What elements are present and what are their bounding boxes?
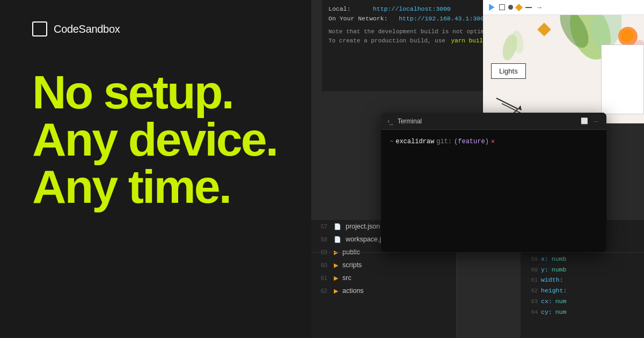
file-name-project: project.json	[346, 223, 380, 230]
logo-area: CodeSandbox	[32, 21, 301, 36]
code-line-61: 61 width:	[527, 275, 638, 285]
hero-line1: No setup.	[32, 69, 301, 116]
prompt-branch: (feature)	[454, 138, 489, 145]
logo-box-icon	[32, 21, 47, 36]
horizontal-divider	[311, 252, 644, 253]
code-line-59: 59 x: numb	[527, 254, 638, 264]
folder-name-src: src	[342, 274, 352, 282]
hero-line2: Any device.	[32, 116, 301, 163]
file-item-actions[interactable]: 62 ▶ actions	[311, 284, 456, 297]
design-panel: →	[483, 0, 644, 123]
lights-box: Lights	[491, 63, 526, 79]
file-item-src[interactable]: 61 ▶ src	[311, 271, 456, 284]
folder-icon-actions: ▶	[334, 288, 338, 295]
file-icon-workspace: 📄	[334, 236, 341, 243]
design-card	[601, 45, 644, 114]
dash-icon	[525, 7, 532, 8]
play-icon[interactable]	[487, 3, 496, 12]
hero-line3: Any time.	[32, 163, 301, 210]
terminal-titlebar: ›_ Terminal ⬜ ···	[381, 113, 606, 130]
svg-marker-11	[518, 105, 522, 111]
code-line-60: 60 y: numb	[527, 264, 638, 275]
logo-text: CodeSandbox	[54, 23, 120, 35]
svg-line-8	[496, 98, 518, 109]
code-line-62: 62 height:	[527, 285, 638, 296]
folder-name-scripts: scripts	[342, 261, 362, 269]
svg-point-4	[620, 29, 633, 42]
prompt-git-label: git:	[436, 138, 452, 145]
square-icon[interactable]	[499, 4, 505, 10]
design-toolbar: →	[483, 0, 644, 15]
prompt-path: excalidraw	[396, 138, 434, 145]
arrow-icon[interactable]: →	[536, 3, 543, 11]
prompt-tilde: ~	[390, 138, 393, 145]
design-canvas: Lights	[483, 15, 644, 122]
circle-icon[interactable]	[508, 5, 513, 10]
terminal-float[interactable]: ›_ Terminal ⬜ ··· ~ excalidraw git: (fea…	[381, 113, 606, 252]
prompt-x: ✕	[491, 137, 495, 145]
right-panel: Local: http://localhost:3000 On Your Net…	[311, 0, 644, 338]
diamond-icon[interactable]	[515, 3, 523, 11]
code-line-63: 63 cx: num	[527, 296, 638, 307]
terminal-prompt-line: ~ excalidraw git: (feature) ✕	[390, 137, 598, 145]
code-line-64: 64 cy: num	[527, 307, 638, 318]
file-item-scripts[interactable]: 60 ▶ scripts	[311, 259, 456, 271]
terminal-more-button[interactable]: ···	[592, 117, 600, 125]
hero-text: No setup. Any device. Any time.	[32, 69, 301, 210]
terminal-prompt-icon: ›_	[387, 117, 393, 125]
terminal-title: Terminal	[398, 117, 576, 125]
vertical-divider	[456, 252, 457, 338]
left-panel: CodeSandbox No setup. Any device. Any ti…	[0, 0, 333, 338]
svg-rect-7	[537, 23, 551, 36]
file-icon-project: 📄	[334, 223, 341, 230]
terminal-expand-button[interactable]: ⬜	[581, 117, 588, 125]
folder-icon-scripts: ▶	[334, 262, 338, 269]
terminal-body: ~ excalidraw git: (feature) ✕	[381, 130, 606, 153]
folder-icon-src: ▶	[334, 275, 338, 282]
folder-name-actions: actions	[342, 287, 364, 295]
